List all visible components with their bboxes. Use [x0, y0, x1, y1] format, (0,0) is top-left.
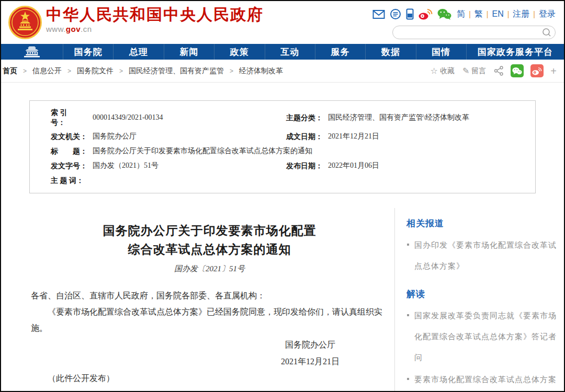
keywords-label: 主 题 词：	[51, 176, 93, 186]
doc-number-label: 发文字号：	[51, 161, 93, 171]
breadcrumb-separator: >	[23, 67, 27, 75]
info-doc-number: 发文字号： 国办发（2021）51号	[51, 159, 286, 172]
weibo-icon[interactable]	[419, 8, 433, 20]
title-value: 国务院办公厅关于印发要素市场化配置综合改革试点总体方案的通知	[93, 146, 523, 156]
title-label: 标 题：	[51, 146, 93, 156]
nav-item-gov-service-platform[interactable]: 国家政务服务平台	[466, 44, 564, 60]
content-area: 国务院办公厅关于印发要素市场化配置 综合改革试点总体方案的通知 国办发〔2021…	[1, 208, 564, 392]
topic-label: 主题分类：	[286, 113, 328, 123]
breadcrumb-economic-reform[interactable]: 经济体制改革	[239, 66, 283, 76]
article: 国务院办公厅关于印发要素市场化配置 综合改革试点总体方案的通知 国办发〔2021…	[1, 208, 394, 392]
favorite-label: 收藏	[440, 66, 455, 76]
index-label: 索 引 号：	[51, 108, 93, 128]
article-title: 国务院办公厅关于印发要素市场化配置 综合改革试点总体方案的通知	[31, 222, 388, 259]
article-footnote: （此件公开发布）	[31, 370, 388, 386]
page: 中华人民共和国中央人民政府 www.gov.cn	[0, 0, 565, 392]
info-row: 发文字号： 国办发（2021）51号 发布日期： 2022年01月06日	[51, 159, 523, 172]
lang-links: 简 | 繁 | EN | 注册 | 登录	[457, 9, 556, 20]
article-body: 各省、自治区、直辖市人民政府，国务院各部委、各直属机构： 《要素市场化配置综合改…	[31, 287, 388, 386]
info-publish-date: 发布日期： 2022年01月06日	[286, 159, 523, 172]
nav-item-data[interactable]: 数据	[365, 44, 415, 60]
header-right: 简 | 繁 | EN | 注册 | 登录	[392, 7, 556, 39]
page-tools: ☆ 收藏 ✎ 留言	[423, 64, 557, 77]
more-tools-button[interactable]: +	[550, 66, 557, 76]
nav-item-premier[interactable]: 总理	[113, 44, 163, 60]
link-register[interactable]: 注册	[513, 9, 529, 20]
mobile-icon[interactable]	[406, 8, 414, 20]
list-item[interactable]: 要素市场化配置综合改革试点总体方案出台——稳步推进要素市场制度建设	[406, 369, 558, 392]
article-signature: 国务院办公厅 2021年12月21日	[281, 337, 340, 370]
link-english[interactable]: EN	[492, 9, 503, 19]
site-title: 中华人民共和国中央人民政府	[46, 6, 264, 23]
list-item[interactable]: 国家发展改革委负责同志就《要素市场化配置综合改革试点总体方案》答记者问	[406, 305, 558, 368]
related-reports-title: 相关报道	[406, 217, 558, 229]
main-nav: 国务院 总理 新闻 政策 互动 服务 数据 国情 国家政务服务平台	[1, 44, 564, 60]
national-emblem-icon	[8, 6, 42, 39]
interpret-item-label: 要素市场化配置综合改革试点总体方案出台——稳步推进要素市场制度建设	[414, 375, 557, 392]
link-traditional[interactable]: 繁	[474, 9, 483, 20]
nav-item-state-council[interactable]: 国务院	[63, 44, 113, 60]
written-date-label: 成文日期：	[286, 132, 328, 142]
nav-item-policy[interactable]: 政策	[214, 44, 264, 60]
site-header: 中华人民共和国中央人民政府 www.gov.cn	[1, 1, 564, 44]
breadcrumb-state-council-docs[interactable]: 国务院文件	[77, 66, 114, 76]
article-title-line1: 国务院办公厅关于印发要素市场化配置	[31, 222, 388, 240]
breadcrumb-bar: 首页 > 信息公开 > 国务院文件 > 国民经济管理、国有资产监管 > 经济体制…	[1, 60, 564, 83]
search-button[interactable]	[541, 27, 552, 38]
search-icon	[542, 28, 551, 37]
link-separator: |	[469, 10, 471, 18]
link-separator: |	[487, 10, 489, 18]
site-brand: 中华人民共和国中央人民政府 www.gov.cn	[46, 6, 264, 33]
breadcrumb-home[interactable]: 首页	[3, 66, 17, 76]
link-login[interactable]: 登录	[539, 9, 556, 20]
written-date-value: 2021年12月21日	[328, 131, 523, 142]
info-agency: 发文机关： 国务院办公厅	[51, 130, 286, 143]
wechat-icon	[512, 67, 522, 75]
breadcrumb-separator: >	[119, 67, 123, 75]
info-title: 标 题： 国务院办公厅关于印发要素市场化配置综合改革试点总体方案的通知	[51, 145, 523, 157]
nav-item-news[interactable]: 新闻	[164, 44, 214, 60]
favorite-button[interactable]: ☆ 收藏	[431, 66, 455, 76]
interpretation-list: 国家发展改革委负责同志就《要素市场化配置综合改革试点总体方案》答记者问 要素市场…	[406, 305, 558, 392]
share-button[interactable]	[494, 66, 504, 76]
link-separator: |	[507, 10, 510, 18]
message-icon[interactable]	[390, 8, 401, 20]
list-item[interactable]: 国办印发《要素市场化配置综合改革试点总体方案》	[406, 235, 558, 276]
interpret-item-label: 国家发展改革委负责同志就《要素市场化配置综合改革试点总体方案》答记者问	[414, 311, 557, 362]
sidebar: 相关报道 国办印发《要素市场化配置综合改革试点总体方案》 解读 国家发展改革委负…	[395, 208, 564, 392]
info-keywords: 主 题 词：	[51, 174, 523, 187]
nav-item-services[interactable]: 服务	[315, 44, 365, 60]
info-row: 索 引 号： 000014349/2021-00134 主题分类： 国民经济管理…	[51, 107, 523, 128]
link-simplified[interactable]: 简	[457, 9, 465, 20]
nav-item-interaction[interactable]: 互动	[265, 44, 315, 60]
article-sign-date: 2021年12月21日	[281, 353, 340, 370]
interpretation-title: 解读	[406, 288, 558, 300]
breadcrumb-economic-management[interactable]: 国民经济管理、国有资产监管	[129, 66, 224, 76]
mail-icon[interactable]	[372, 9, 385, 19]
breadcrumb-info-disclosure[interactable]: 信息公开	[32, 66, 62, 76]
bullet-icon	[407, 378, 409, 380]
info-index: 索 引 号： 000014349/2021-00134	[51, 107, 286, 128]
document-info-box: 索 引 号： 000014349/2021-00134 主题分类： 国民经济管理…	[29, 100, 536, 193]
search-box	[392, 26, 556, 39]
article-paragraph: 《要素市场化配置综合改革试点总体方案》已经国务院同意，现印发给你们，请认真组织实…	[31, 304, 388, 336]
doc-number-value: 国办发（2021）51号	[93, 160, 286, 171]
breadcrumb-separator: >	[230, 67, 233, 75]
related-reports-list: 国办印发《要素市场化配置综合改革试点总体方案》	[406, 235, 558, 276]
nav-item-national-conditions[interactable]: 国情	[416, 44, 466, 60]
pencil-icon: ✎	[462, 66, 469, 76]
wechat-share-button[interactable]	[511, 64, 524, 77]
bullet-icon	[407, 244, 409, 246]
info-topic: 主题分类： 国民经济管理、国有资产监管\经济体制改革	[286, 107, 523, 128]
url-cn: .cn	[81, 25, 92, 33]
agency-value: 国务院办公厅	[93, 131, 286, 142]
wechat-icon[interactable]	[437, 8, 451, 20]
comment-button[interactable]: ✎ 留言	[462, 66, 486, 76]
info-row: 发文机关： 国务院办公厅 成文日期： 2021年12月21日	[51, 130, 523, 143]
index-value: 000014349/2021-00134	[93, 112, 286, 123]
url-gov: gov	[66, 25, 81, 33]
info-written-date: 成文日期： 2021年12月21日	[286, 130, 523, 143]
nav-home-tiananmen-icon[interactable]	[1, 44, 63, 60]
weibo-share-button[interactable]	[530, 64, 544, 77]
search-input[interactable]	[399, 27, 541, 38]
